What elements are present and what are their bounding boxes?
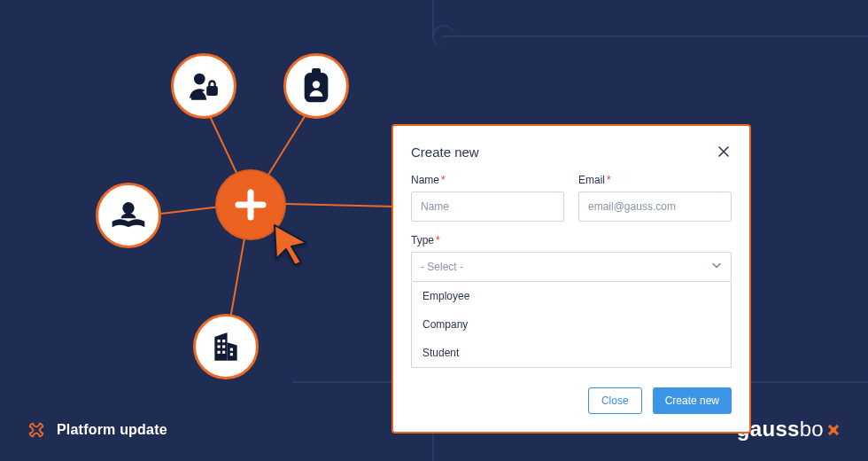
type-options: Employee Company Student bbox=[411, 282, 732, 368]
svg-point-9 bbox=[313, 81, 320, 88]
svg-point-5 bbox=[194, 74, 205, 85]
user-lock-icon bbox=[187, 69, 221, 103]
node-id-badge bbox=[283, 53, 349, 119]
reader-icon bbox=[111, 199, 146, 231]
node-reader bbox=[96, 183, 161, 248]
create-new-dialog: Create new Name* Name Email* email@gauss… bbox=[391, 124, 751, 434]
plus-icon bbox=[232, 186, 269, 223]
name-field[interactable]: Name bbox=[411, 191, 564, 222]
svg-rect-8 bbox=[312, 68, 321, 75]
building-icon bbox=[209, 330, 243, 363]
type-option-employee[interactable]: Employee bbox=[412, 282, 731, 310]
required-mark: * bbox=[441, 174, 446, 186]
svg-rect-11 bbox=[218, 340, 221, 342]
chevron-down-icon bbox=[711, 261, 722, 274]
svg-rect-12 bbox=[222, 340, 225, 342]
email-label: Email* bbox=[578, 174, 732, 186]
name-label: Name* bbox=[411, 174, 564, 186]
type-selected: - Select - bbox=[421, 261, 463, 273]
email-placeholder: email@gauss.com bbox=[588, 200, 676, 213]
id-badge-icon bbox=[300, 68, 332, 104]
svg-rect-17 bbox=[230, 348, 233, 351]
svg-rect-18 bbox=[230, 353, 233, 356]
node-building bbox=[193, 314, 259, 379]
email-label-text: Email bbox=[578, 174, 605, 186]
type-option-company[interactable]: Company bbox=[412, 310, 731, 339]
required-mark: * bbox=[607, 174, 611, 186]
type-select[interactable]: - Select - bbox=[411, 252, 732, 282]
brand-thin: bo bbox=[800, 417, 824, 441]
required-mark: * bbox=[436, 234, 440, 246]
type-label-text: Type bbox=[411, 234, 434, 246]
type-option-student[interactable]: Student bbox=[412, 339, 731, 367]
brand-mark-icon bbox=[27, 420, 46, 440]
cursor-icon bbox=[271, 223, 310, 266]
brand-x-icon bbox=[825, 422, 841, 438]
node-user-lock bbox=[171, 53, 236, 119]
create-new-button[interactable]: Create new bbox=[653, 387, 732, 414]
svg-rect-13 bbox=[218, 345, 221, 348]
name-placeholder: Name bbox=[421, 200, 449, 213]
svg-rect-14 bbox=[222, 345, 225, 348]
close-icon bbox=[717, 145, 731, 159]
brand-logo: gaussbo bbox=[737, 417, 841, 441]
type-label: Type* bbox=[411, 234, 732, 246]
name-label-text: Name bbox=[411, 174, 439, 186]
email-field[interactable]: email@gauss.com bbox=[578, 191, 732, 222]
svg-rect-15 bbox=[218, 351, 221, 354]
dialog-title: Create new bbox=[411, 145, 479, 160]
svg-rect-6 bbox=[206, 86, 218, 96]
svg-rect-16 bbox=[222, 351, 225, 354]
close-button[interactable] bbox=[716, 144, 732, 160]
footer-badge: Platform update bbox=[27, 420, 167, 440]
footer-label: Platform update bbox=[57, 422, 167, 438]
svg-point-10 bbox=[122, 202, 134, 214]
close-action-button[interactable]: Close bbox=[588, 387, 642, 414]
